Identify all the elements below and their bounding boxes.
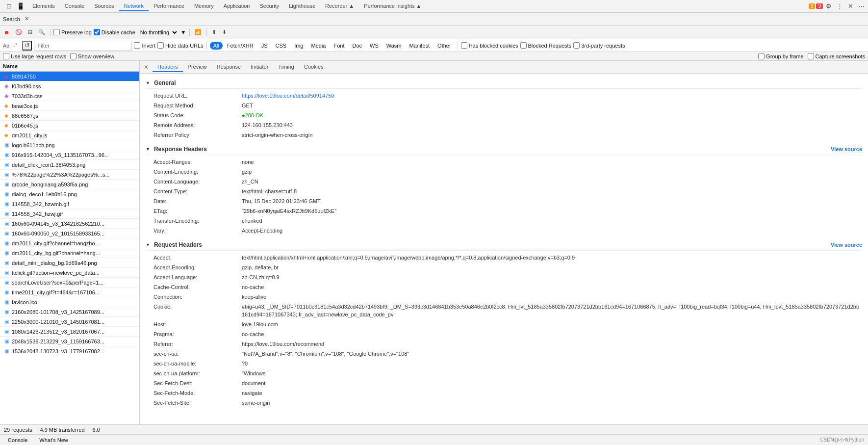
preserve-log-checkbox[interactable]: [53, 29, 60, 35]
tab-timing[interactable]: Timing: [273, 62, 299, 72]
more-icon[interactable]: ⋮: [835, 1, 844, 11]
tab-security[interactable]: Security: [255, 1, 284, 11]
file-item[interactable]: ▣detail_mini_dialog_bg.9d69a46.png: [0, 258, 139, 268]
file-item[interactable]: ▣916x915-142004_v3_1135167073...96...: [0, 150, 139, 160]
regex-icon[interactable]: .*: [10, 41, 20, 51]
device-icon[interactable]: 📱: [16, 1, 26, 11]
file-item[interactable]: ◆beae3ce.js: [0, 101, 139, 111]
tab-recorder[interactable]: Recorder ▲: [320, 1, 359, 11]
tab-initiator[interactable]: Initiator: [246, 62, 273, 72]
clear-button[interactable]: 🚫: [13, 28, 24, 36]
file-item[interactable]: ▣favicon.ico: [0, 297, 139, 307]
file-item[interactable]: ▣time2011_city.gif?t=464&r=167106...: [0, 288, 139, 297]
tab-sources[interactable]: Sources: [89, 1, 119, 11]
file-item[interactable]: ◈50914750: [0, 72, 139, 81]
filter-chip-ws[interactable]: WS: [366, 42, 382, 50]
show-overview-label[interactable]: Show overview: [70, 53, 114, 59]
file-item[interactable]: ▣%78%22page%22%3A%22pages%...s...: [0, 170, 139, 180]
file-item[interactable]: ▣160x60-090050_v2_1015158933165...: [0, 229, 139, 238]
group-by-frame-label[interactable]: Group by frame: [758, 53, 803, 59]
filter-chip-font[interactable]: Font: [330, 42, 348, 50]
file-item[interactable]: ◆88e6587.js: [0, 111, 139, 121]
third-party-label[interactable]: 3rd-party requests: [573, 42, 625, 49]
tab-console[interactable]: Console: [60, 1, 89, 11]
show-overview-checkbox[interactable]: [70, 53, 77, 59]
disable-cache-checkbox[interactable]: [94, 29, 100, 35]
file-item[interactable]: ▣1536x2048-130723_v3_1779167082...: [0, 346, 139, 356]
search-network-button[interactable]: 🔍: [36, 28, 47, 36]
invert-checkbox[interactable]: [134, 42, 140, 49]
tab-performance-insights[interactable]: Performance insights ▲: [359, 1, 426, 11]
filter-chip-img[interactable]: Img: [291, 42, 306, 50]
response-headers-section-header[interactable]: ▼ Response Headers View source: [146, 144, 862, 155]
filter-input[interactable]: [34, 41, 132, 51]
detail-close-icon[interactable]: ✕: [142, 63, 151, 72]
filter-chip-css[interactable]: CSS: [272, 42, 290, 50]
search-close-icon[interactable]: ✕: [22, 14, 32, 24]
tab-performance[interactable]: Performance: [149, 1, 189, 11]
filter-chip-manifest[interactable]: Manifest: [406, 42, 434, 50]
tab-headers[interactable]: Headers: [153, 62, 183, 72]
export-button[interactable]: ⬇: [220, 28, 229, 36]
file-item[interactable]: ◆01b6e45.js: [0, 121, 139, 131]
tab-memory[interactable]: Memory: [189, 1, 219, 11]
file-item[interactable]: ▣2048x1536-213229_v3_1159166763...: [0, 337, 139, 346]
bottom-tab-whats-new[interactable]: What's New: [35, 436, 72, 444]
refresh-filter-icon[interactable]: ↺: [22, 41, 32, 51]
file-item[interactable]: ▣detail_click_icon1.38f4053.png: [0, 160, 139, 170]
tab-lighthouse[interactable]: Lighthouse: [284, 1, 320, 11]
filter-chip-doc[interactable]: Doc: [349, 42, 365, 50]
file-item[interactable]: ◉f03bd90.css: [0, 81, 139, 91]
blocked-requests-label[interactable]: Blocked Requests: [520, 42, 572, 49]
throttle-select[interactable]: No throttling: [137, 28, 179, 36]
close-devtools-icon[interactable]: ✕: [845, 1, 855, 11]
capture-screenshots-label[interactable]: Capture screenshots: [808, 53, 866, 59]
filter-chip-other[interactable]: Other: [434, 42, 455, 50]
customize-icon[interactable]: ⋯: [856, 1, 866, 11]
preserve-log-label[interactable]: Preserve log: [53, 29, 92, 35]
file-item[interactable]: ▣qrcode_hongniang.a593f6a.png: [0, 180, 139, 189]
file-item[interactable]: ▣logo.b611bcb.png: [0, 140, 139, 150]
file-item[interactable]: ▣dm2011_city.gif?channel=hangzho...: [0, 238, 139, 248]
wifi-icon[interactable]: 📶: [193, 28, 204, 36]
blocked-cookies-label[interactable]: Has blocked cookies: [461, 42, 518, 49]
tab-network[interactable]: Network: [119, 1, 149, 11]
throttle-dropdown-icon[interactable]: ▼: [180, 29, 186, 36]
file-item[interactable]: ▣2250x3000-121010_v3_1450167081...: [0, 317, 139, 327]
file-item[interactable]: ◉7033d3b.css: [0, 91, 139, 101]
file-item[interactable]: ▣2160x2080-101708_v3_1425167089...: [0, 307, 139, 317]
general-section-header[interactable]: ▼ General: [146, 78, 862, 89]
file-item[interactable]: ▣114558_342_hzwj.gif: [0, 209, 139, 219]
file-item[interactable]: ▣dialog_deco1.1eb0b16.png: [0, 189, 139, 199]
request-headers-section-header[interactable]: ▼ Request Headers View source: [146, 239, 862, 251]
disable-cache-label[interactable]: Disable cache: [94, 29, 135, 35]
file-item[interactable]: ▣dm2011_city_bg.gif?channel=hang...: [0, 248, 139, 258]
bottom-tab-console[interactable]: Console: [4, 436, 31, 444]
group-by-frame-checkbox[interactable]: [758, 53, 765, 59]
file-item[interactable]: ▣ttclick.gif?action=newlove_pc_data...: [0, 268, 139, 278]
tab-cookies[interactable]: Cookies: [299, 62, 329, 72]
settings-icon[interactable]: ⚙: [824, 1, 834, 11]
tab-application[interactable]: Application: [219, 1, 255, 11]
large-rows-checkbox[interactable]: [3, 53, 9, 59]
hide-data-urls-checkbox[interactable]: [157, 42, 164, 49]
inspect-icon[interactable]: ⊡: [4, 1, 14, 11]
third-party-checkbox[interactable]: [573, 42, 580, 49]
blocked-cookies-checkbox[interactable]: [461, 42, 467, 49]
file-item[interactable]: ◆dm2011_city.js: [0, 131, 139, 140]
file-item[interactable]: ▣searchLoveUser?sex=0&perPage=1...: [0, 278, 139, 288]
record-button[interactable]: ⏺: [2, 28, 11, 36]
filter-chip-all[interactable]: All: [210, 42, 223, 50]
invert-label[interactable]: Invert: [134, 42, 155, 49]
file-item[interactable]: ▣160x60-094145_v3_1342162562210...: [0, 219, 139, 229]
filter-chip-fetch/xhr[interactable]: Fetch/XHR: [224, 42, 257, 50]
file-item[interactable]: ▣1080x1426-213512_v3_1820167067...: [0, 327, 139, 337]
capture-screenshots-checkbox[interactable]: [808, 53, 814, 59]
tab-elements[interactable]: Elements: [27, 1, 60, 11]
filter-chip-js[interactable]: JS: [258, 42, 271, 50]
filter-chip-media[interactable]: Media: [307, 42, 329, 50]
file-item[interactable]: ▣114558_342_hzwmb.gif: [0, 199, 139, 209]
import-button[interactable]: ⬆: [210, 28, 218, 36]
large-rows-label[interactable]: Use large request rows: [3, 53, 66, 59]
tab-response[interactable]: Response: [212, 62, 246, 72]
